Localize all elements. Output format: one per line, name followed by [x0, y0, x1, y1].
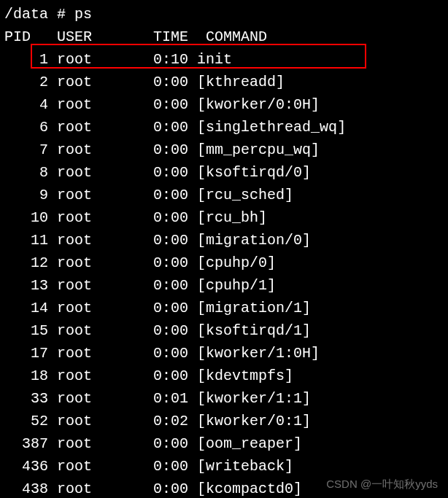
- time-cell: 0:00: [136, 254, 188, 271]
- ps-row: 6 root 0:00 [singlethread_wq]: [4, 116, 444, 139]
- time-cell: 0:00: [136, 458, 188, 475]
- time-cell: 0:00: [136, 187, 188, 203]
- pid-cell: 12: [4, 254, 48, 271]
- ps-row: 436 root 0:00 [writeback]: [4, 455, 444, 478]
- user-cell: root: [57, 254, 136, 271]
- time-cell: 0:00: [136, 277, 188, 294]
- time-cell: 0:00: [136, 164, 188, 181]
- user-cell: root: [57, 187, 136, 203]
- ps-rows-container: 1 root 0:10 init 2 root 0:00 [kthreadd] …: [4, 48, 444, 498]
- command-cell: [singlethread_wq]: [197, 119, 346, 136]
- command-cell: [kcompactd0]: [197, 481, 302, 497]
- ps-row: 4 root 0:00 [kworker/0:0H]: [4, 93, 444, 116]
- ps-row: 14 root 0:00 [migration/1]: [4, 297, 444, 319]
- ps-row: 17 root 0:00 [kworker/1:0H]: [4, 342, 444, 365]
- user-cell: root: [57, 51, 136, 68]
- ps-row: 33 root 0:01 [kworker/1:1]: [4, 387, 444, 410]
- time-cell: 0:00: [136, 367, 188, 384]
- pid-cell: 4: [4, 96, 48, 113]
- time-cell: 0:00: [136, 141, 188, 158]
- time-cell: 0:00: [136, 74, 188, 90]
- shell-prompt-line: /data # ps: [4, 3, 444, 26]
- user-cell: root: [57, 209, 136, 226]
- command-cell: [kworker/1:1]: [197, 390, 311, 407]
- ps-row: 13 root 0:00 [cpuhp/1]: [4, 274, 444, 297]
- command-cell: [rcu_sched]: [197, 187, 293, 203]
- command-cell: [cpuhp/1]: [197, 277, 276, 294]
- pid-cell: 387: [4, 435, 48, 452]
- command-cell: [kdevtmpfs]: [197, 367, 293, 384]
- pid-cell: 33: [4, 390, 48, 407]
- ps-header-row: PID USER TIME COMMAND: [4, 26, 444, 48]
- pid-cell: 17: [4, 345, 48, 362]
- time-cell: 0:00: [136, 300, 188, 316]
- user-cell: root: [57, 345, 136, 362]
- user-cell: root: [57, 390, 136, 407]
- user-cell: root: [57, 141, 136, 158]
- pid-cell: 436: [4, 458, 48, 475]
- time-cell: 0:02: [136, 413, 188, 429]
- time-cell: 0:00: [136, 232, 188, 249]
- user-cell: root: [57, 413, 136, 429]
- command-cell: [cpuhp/0]: [197, 254, 276, 271]
- command-cell: [kthreadd]: [197, 74, 285, 90]
- prompt-path: /data: [4, 6, 48, 23]
- command-cell: [kworker/0:0H]: [197, 96, 320, 113]
- time-cell: 0:00: [136, 96, 188, 113]
- pid-cell: 9: [4, 187, 48, 203]
- user-cell: root: [57, 367, 136, 384]
- pid-cell: 8: [4, 164, 48, 181]
- user-cell: root: [57, 74, 136, 90]
- pid-cell: 14: [4, 300, 48, 316]
- ps-row: 18 root 0:00 [kdevtmpfs]: [4, 365, 444, 387]
- user-cell: root: [57, 119, 136, 136]
- prompt-command: ps: [74, 6, 92, 23]
- time-cell: 0:00: [136, 345, 188, 362]
- command-cell: [kworker/1:0H]: [197, 345, 320, 362]
- command-cell: [mm_percpu_wq]: [197, 141, 320, 158]
- pid-cell: 13: [4, 277, 48, 294]
- time-cell: 0:00: [136, 435, 188, 452]
- ps-row: 11 root 0:00 [migration/0]: [4, 229, 444, 252]
- user-cell: root: [57, 232, 136, 249]
- user-cell: root: [57, 96, 136, 113]
- command-cell: [writeback]: [197, 458, 293, 475]
- user-cell: root: [57, 458, 136, 475]
- command-cell: [oom_reaper]: [197, 435, 302, 452]
- command-cell: [kworker/0:1]: [197, 413, 311, 429]
- command-cell: [migration/1]: [197, 300, 311, 316]
- time-cell: 0:00: [136, 209, 188, 226]
- pid-cell: 10: [4, 209, 48, 226]
- ps-row: 10 root 0:00 [rcu_bh]: [4, 206, 444, 229]
- ps-row: 52 root 0:02 [kworker/0:1]: [4, 410, 444, 432]
- command-cell: init: [197, 51, 232, 68]
- time-cell: 0:01: [136, 390, 188, 407]
- ps-row: 12 root 0:00 [cpuhp/0]: [4, 252, 444, 274]
- time-cell: 0:00: [136, 481, 188, 497]
- user-cell: root: [57, 277, 136, 294]
- pid-cell: 6: [4, 119, 48, 136]
- ps-row: 8 root 0:00 [ksoftirqd/0]: [4, 161, 444, 184]
- time-cell: 0:00: [136, 322, 188, 339]
- command-cell: [ksoftirqd/1]: [197, 322, 311, 339]
- user-cell: root: [57, 435, 136, 452]
- ps-row: 9 root 0:00 [rcu_sched]: [4, 184, 444, 206]
- pid-cell: 1: [4, 51, 48, 68]
- command-cell: [migration/0]: [197, 232, 311, 249]
- ps-row: 387 root 0:00 [oom_reaper]: [4, 432, 444, 455]
- ps-row: 1 root 0:10 init: [4, 48, 444, 71]
- user-cell: root: [57, 481, 136, 497]
- command-cell: [rcu_bh]: [197, 209, 267, 226]
- prompt-symbol: #: [57, 6, 66, 23]
- user-cell: root: [57, 164, 136, 181]
- ps-row: 7 root 0:00 [mm_percpu_wq]: [4, 139, 444, 161]
- user-cell: root: [57, 300, 136, 316]
- pid-cell: 438: [4, 481, 48, 497]
- pid-cell: 7: [4, 141, 48, 158]
- ps-row: 438 root 0:00 [kcompactd0]: [4, 478, 444, 498]
- pid-cell: 18: [4, 367, 48, 384]
- ps-row: 2 root 0:00 [kthreadd]: [4, 71, 444, 93]
- pid-cell: 52: [4, 413, 48, 429]
- time-cell: 0:10: [136, 51, 188, 68]
- ps-row: 15 root 0:00 [ksoftirqd/1]: [4, 319, 444, 342]
